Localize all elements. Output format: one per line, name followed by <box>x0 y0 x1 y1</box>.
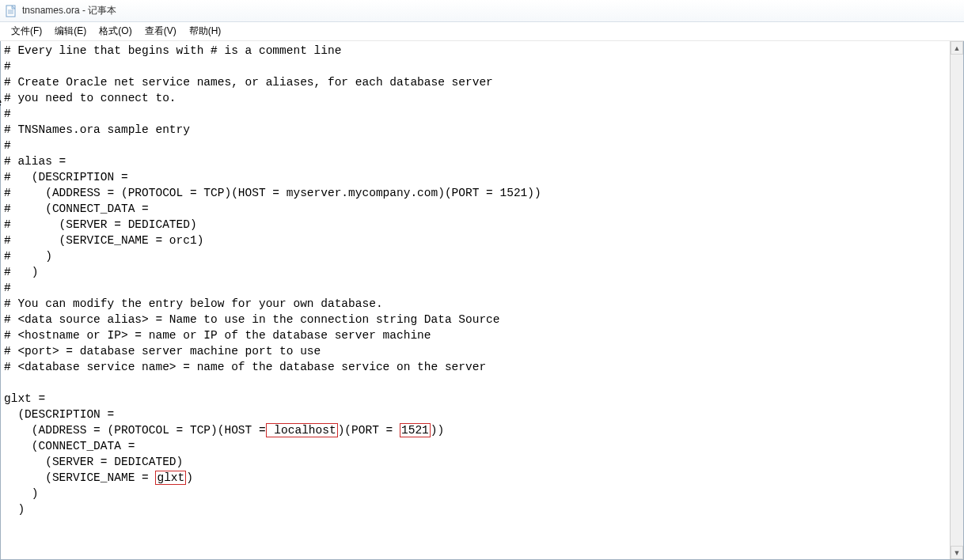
highlight-host: localhost <box>266 423 338 437</box>
text-segment: )(PORT = <box>338 424 400 437</box>
menu-help[interactable]: 帮助(H) <box>183 23 228 40</box>
notepad-icon <box>5 5 17 17</box>
window-title: tnsnames.ora - 记事本 <box>22 4 116 17</box>
scroll-down-button[interactable]: ▼ <box>951 546 963 559</box>
title-bar: tnsnames.ora - 记事本 <box>0 0 964 22</box>
vertical-scrollbar[interactable]: ▲ ▼ <box>950 41 963 559</box>
highlight-port: 1521 <box>400 423 431 437</box>
scroll-up-button[interactable]: ▲ <box>951 41 963 55</box>
menu-edit[interactable]: 编辑(E) <box>48 23 93 40</box>
highlight-service: glxt <box>155 471 186 485</box>
editor-container: e # Every line that begins with # is a c… <box>0 41 964 560</box>
menu-format[interactable]: 格式(O) <box>93 23 138 40</box>
menu-file[interactable]: 文件(F) <box>5 23 48 40</box>
scroll-track[interactable] <box>951 55 963 546</box>
text-segment: # Every line that begins with # is a com… <box>4 44 541 437</box>
menu-view[interactable]: 查看(V) <box>139 23 183 40</box>
text-editor[interactable]: # Every line that begins with # is a com… <box>1 41 963 559</box>
menu-bar: 文件(F) 编辑(E) 格式(O) 查看(V) 帮助(H) <box>0 22 964 41</box>
